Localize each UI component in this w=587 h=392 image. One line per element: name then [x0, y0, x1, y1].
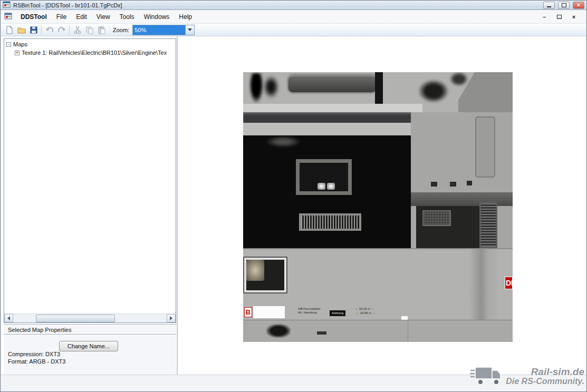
panel-splitter[interactable]	[177, 36, 178, 375]
texture-bottom-seam	[408, 320, 408, 342]
save-button[interactable]	[27, 24, 40, 36]
mdi-restore-button[interactable]	[555, 14, 563, 20]
menu-help[interactable]: Help	[174, 11, 197, 23]
texture-plate-text-line1: GB Fernverkehr	[298, 307, 321, 311]
copy-icon	[85, 26, 94, 34]
texture-mid-strip	[243, 123, 422, 135]
scroll-right-button[interactable]	[167, 314, 176, 322]
watermark-line1: Rail-sim.de	[506, 367, 584, 377]
document-icon	[4, 12, 13, 22]
zoom-dropdown-button[interactable]	[185, 25, 194, 35]
texture-bottom-mark	[317, 331, 326, 335]
watermark-line2: Die RS-Community.	[506, 377, 584, 386]
texture-achtung-label: Achtung	[330, 310, 345, 316]
texture-louvre-grille	[479, 202, 497, 248]
undo-button[interactable]	[43, 24, 55, 36]
texture-bottom-blob	[266, 324, 291, 338]
tree-horizontal-scrollbar[interactable]	[4, 313, 176, 322]
texture-coupler-shadow	[263, 75, 279, 99]
tree-item-maps-label: Maps	[13, 41, 27, 47]
mdi-close-button[interactable]: ×	[570, 14, 578, 20]
tree-item-texture1[interactable]: + Texture 1: RailVehicles\Electric\BR101…	[4, 48, 176, 57]
zoom-value[interactable]: 50%	[133, 25, 185, 35]
cut-icon	[73, 26, 82, 34]
mdi-restore-icon	[557, 15, 562, 19]
menu-tools[interactable]: Tools	[115, 11, 139, 23]
maps-tree-panel[interactable]: - Maps + Texture 1: RailVehicles\Electri…	[4, 38, 176, 323]
scroll-left-button[interactable]	[4, 314, 13, 322]
texture-window-square	[450, 182, 456, 187]
expand-icon[interactable]: +	[15, 51, 20, 55]
texture-preview[interactable]: B GB Fernverkehr HL: Hamburg Achtung ← 1…	[243, 72, 513, 342]
menubar: DDSTool File Edit View Tools Windows Hel…	[1, 10, 586, 24]
texture-headlight-right	[327, 183, 335, 190]
menu-edit[interactable]: Edit	[71, 11, 92, 23]
copy-button[interactable]	[83, 24, 95, 36]
texture-dot-grille	[422, 210, 451, 226]
texture-radiator-grille	[299, 213, 361, 231]
texture-window-square	[431, 182, 437, 187]
titlebar-close-button[interactable]: ×	[573, 2, 584, 9]
texture-coupler-shadow	[249, 73, 263, 103]
main-area: B GB Fernverkehr HL: Hamburg Achtung ← 1…	[178, 36, 586, 375]
menu-file[interactable]: File	[52, 11, 71, 23]
app-window: RSBinTool - [DDSTool - br101-01.TgPcDx] …	[0, 0, 587, 392]
redo-icon	[57, 26, 66, 34]
app-icon	[3, 1, 11, 10]
undo-icon	[45, 26, 54, 34]
menu-view[interactable]: View	[92, 11, 115, 23]
watermark: Rail-sim.de Die RS-Community.	[470, 364, 584, 388]
menu-windows[interactable]: Windows	[139, 11, 175, 23]
texture-headlight-left	[317, 183, 325, 190]
texture-db-logo: DB	[505, 277, 513, 289]
zoom-combobox[interactable]: 50%	[132, 25, 195, 35]
texture-cab-window-box	[244, 258, 286, 292]
texture-plate-text-line2: HL: Hamburg	[298, 311, 317, 315]
chevron-down-icon	[188, 28, 192, 31]
texture-window-square	[467, 181, 472, 185]
titlebar-minimize-button[interactable]	[543, 2, 555, 9]
texture-roof-bar	[288, 75, 376, 92]
scrollbar-thumb[interactable]	[36, 315, 115, 322]
paste-button[interactable]	[95, 24, 108, 36]
texture-measure-text-2: ← 10,55 m →	[356, 311, 376, 315]
collapse-icon[interactable]: -	[6, 42, 11, 47]
change-name-button[interactable]: Change Name...	[59, 341, 118, 351]
texture-bottom-tick	[401, 316, 408, 320]
paste-icon	[98, 26, 106, 34]
toolbar-separator	[69, 25, 70, 35]
tree-item-maps[interactable]: - Maps	[4, 40, 176, 48]
texture-b-marking: B	[244, 307, 252, 317]
cut-button[interactable]	[71, 24, 83, 36]
texture-roof-patch	[418, 80, 449, 103]
texture-roof-vbar	[375, 72, 383, 104]
save-icon	[30, 26, 38, 34]
texture-roof-patch	[450, 72, 468, 86]
texture-measure-text-1: ← 19,10 m →	[355, 307, 374, 311]
tree-item-texture1-label: Texture 1: RailVehicles\Electric\BR101\S…	[22, 50, 167, 56]
texture-dark-strip	[243, 112, 422, 123]
titlebar: RSBinTool - [DDSTool - br101-01.TgPcDx] …	[1, 1, 586, 10]
zoom-label: Zoom:	[113, 27, 129, 33]
redo-button[interactable]	[55, 24, 68, 36]
restore-icon	[562, 3, 566, 7]
watermark-truck-icon	[470, 364, 504, 388]
mdi-minimize-button[interactable]: –	[541, 14, 548, 20]
open-file-button[interactable]	[15, 24, 27, 36]
menu-ddstool[interactable]: DDSTool	[16, 11, 52, 23]
new-file-button[interactable]	[3, 24, 15, 36]
texture-cab-window-blob	[246, 260, 264, 281]
toolbar: Zoom: 50%	[1, 24, 586, 36]
new-file-icon	[5, 26, 14, 34]
open-folder-icon	[17, 26, 26, 34]
toolbar-separator	[41, 25, 42, 35]
texture-underframe-blob	[266, 136, 300, 147]
texture-light-strip	[243, 104, 422, 112]
texture-door-outline	[475, 116, 495, 178]
texture-white-patch	[253, 306, 285, 318]
minimize-icon	[547, 6, 551, 7]
titlebar-maximize-button[interactable]	[558, 2, 570, 9]
format-value: Format: ARGB - DXT3	[4, 358, 176, 365]
properties-header: Selected Map Properties	[4, 325, 176, 334]
content-area: - Maps + Texture 1: RailVehicles\Electri…	[1, 36, 586, 375]
